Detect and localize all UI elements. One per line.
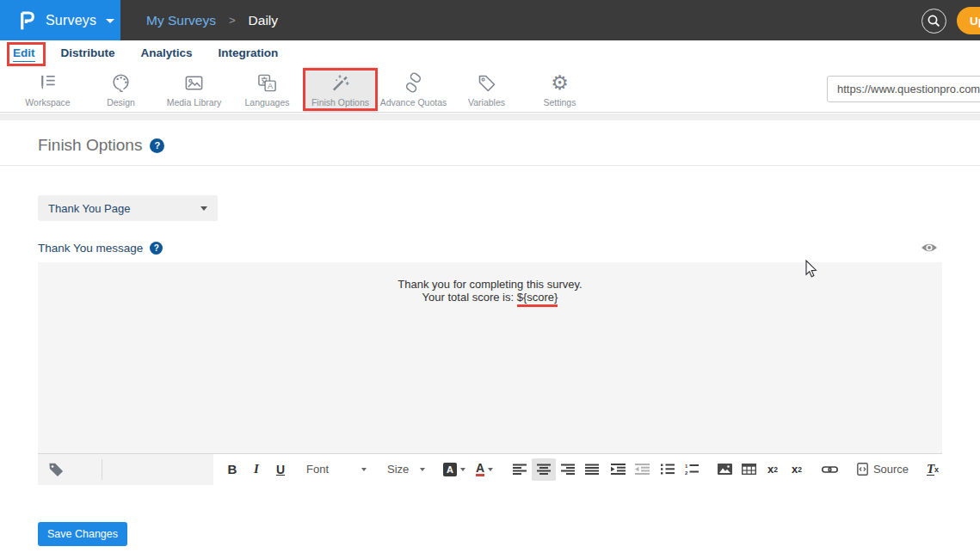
insert-variable-button[interactable]: [47, 461, 65, 477]
ribbon-item-settings[interactable]: ⚙ Settings: [523, 67, 596, 112]
ribbon-item-variables[interactable]: Variables: [450, 67, 523, 112]
justify-button[interactable]: [580, 458, 604, 481]
toolbar-left-cell: [38, 454, 213, 485]
link-icon: [822, 465, 838, 474]
increase-indent-button[interactable]: [606, 458, 630, 481]
ribbon-item-media-library[interactable]: Media Library: [157, 67, 231, 112]
chevron-down-icon: [420, 468, 425, 471]
survey-url-input[interactable]: [827, 76, 980, 102]
bullet-list-button[interactable]: [656, 458, 680, 481]
tab-analytics[interactable]: Analytics: [141, 46, 193, 61]
languages-icon: A: [256, 71, 278, 95]
help-icon-title[interactable]: ?: [150, 138, 164, 153]
chevron-down-icon: [106, 19, 114, 23]
score-variable-annotated: ${score}: [517, 291, 558, 307]
finish-type-dropdown[interactable]: Thank You Page: [38, 195, 218, 221]
ribbon-label: Variables: [468, 97, 505, 108]
text-color-icon: A: [476, 462, 484, 476]
superscript-x: x: [792, 463, 798, 476]
align-left-button[interactable]: [508, 458, 532, 481]
breadcrumb-current-survey: Daily: [249, 13, 278, 28]
workspace-icon: [37, 71, 59, 95]
ribbon-item-workspace[interactable]: Workspace: [11, 67, 84, 112]
align-center-button[interactable]: [532, 458, 556, 481]
finish-options-wand-icon: [330, 71, 351, 95]
italic-button[interactable]: I: [246, 458, 267, 481]
upgrade-label: Up: [970, 15, 980, 28]
editor-line-1: Thank you for completing this survey.: [38, 279, 942, 292]
ribbon-label: Media Library: [167, 97, 222, 108]
numbered-list-button[interactable]: 1 2: [680, 458, 704, 481]
ribbon-item-design[interactable]: Design: [84, 67, 157, 112]
font-dropdown[interactable]: Font: [299, 458, 373, 481]
ribbon-label: Languages: [245, 97, 290, 108]
breadcrumb-my-surveys[interactable]: My Surveys: [146, 13, 216, 28]
search-button[interactable]: [921, 9, 946, 34]
chain-links-icon: [403, 71, 424, 95]
justify-icon: [585, 464, 599, 475]
product-switcher[interactable]: Surveys: [0, 0, 120, 40]
breadcrumb-separator: >: [229, 14, 236, 27]
insert-table-button[interactable]: [737, 458, 761, 481]
ribbon-item-finish-options[interactable]: Finish Options: [304, 67, 377, 112]
ribbon-label: Advance Quotas: [380, 97, 447, 108]
link-button[interactable]: [817, 458, 841, 481]
ribbon-label: Settings: [544, 97, 576, 108]
tab-distribute[interactable]: Distribute: [61, 46, 115, 61]
ribbon-item-advance-quotas[interactable]: Advance Quotas: [377, 67, 450, 112]
align-right-icon: [561, 464, 575, 475]
background-color-icon: A: [443, 463, 457, 476]
ribbon-item-languages[interactable]: A Languages: [231, 67, 304, 112]
tab-edit[interactable]: Edit: [13, 46, 35, 62]
tag-icon: [47, 461, 65, 477]
source-button[interactable]: Source: [852, 458, 914, 481]
thank-you-message-editor[interactable]: Thank you for completing this survey. Yo…: [38, 262, 942, 453]
ribbon-label: Finish Options: [311, 97, 369, 108]
product-name: Surveys: [46, 13, 96, 28]
chevron-down-icon: [488, 468, 493, 471]
align-right-button[interactable]: [556, 458, 580, 481]
numbered-list-icon: 1 2: [685, 464, 699, 475]
page-title: Finish Options: [38, 136, 142, 155]
bullet-list-icon: [661, 464, 675, 475]
decrease-indent-button[interactable]: [630, 458, 654, 481]
media-library-icon: [183, 71, 205, 95]
breadcrumb: My Surveys > Daily: [146, 0, 278, 40]
indent-icon: [611, 464, 626, 475]
tab-integration[interactable]: Integration: [219, 46, 279, 61]
subscript-x: x: [767, 463, 774, 476]
superscript-button[interactable]: x2: [785, 458, 809, 481]
toolbar-divider: [102, 459, 102, 480]
insert-image-button[interactable]: [712, 458, 737, 481]
divider: [0, 165, 980, 166]
table-icon: [742, 464, 756, 475]
ribbon-label: Design: [107, 97, 135, 108]
underline-button[interactable]: U: [270, 458, 291, 481]
chevron-down-icon: [460, 468, 465, 471]
save-changes-button[interactable]: Save Changes: [38, 522, 127, 546]
top-header-bar: Surveys My Surveys > Daily Up: [0, 0, 980, 40]
source-doc-icon: [857, 463, 868, 476]
remove-format-x: x: [934, 465, 939, 474]
text-color-button[interactable]: A: [472, 458, 497, 481]
bold-button[interactable]: B: [222, 458, 243, 481]
preview-toggle[interactable]: [921, 242, 938, 254]
search-icon: [927, 14, 941, 28]
subscript-button[interactable]: x2: [761, 458, 785, 481]
background-color-button[interactable]: A: [441, 458, 468, 481]
editor-line-2-prefix: Your total score is:: [422, 291, 517, 304]
align-center-icon: [537, 464, 551, 475]
size-dropdown[interactable]: Size: [380, 458, 432, 481]
eye-icon: [921, 242, 938, 254]
variables-tag-icon: [477, 71, 497, 95]
upgrade-button[interactable]: Up: [957, 7, 980, 34]
help-icon-message[interactable]: ?: [150, 242, 163, 255]
ribbon-label: Workspace: [25, 97, 70, 108]
outdent-icon: [635, 464, 650, 475]
chevron-down-icon: [200, 206, 207, 211]
remove-format-button[interactable]: Tx: [921, 458, 945, 481]
align-left-icon: [513, 464, 527, 475]
design-palette-icon: [110, 71, 132, 95]
gear-icon: ⚙: [551, 71, 569, 95]
background-strip: [0, 114, 980, 120]
